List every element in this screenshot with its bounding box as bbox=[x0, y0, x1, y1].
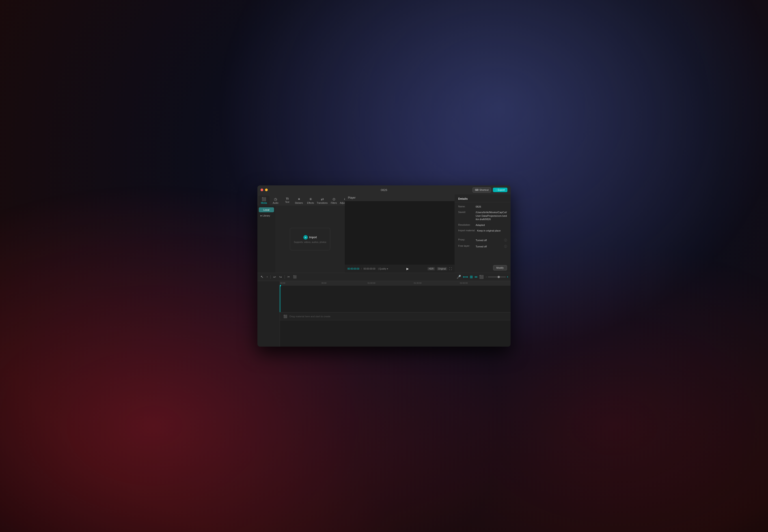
snap-button[interactable]: ⊞ bbox=[470, 275, 473, 279]
import-plus-icon: + bbox=[303, 235, 308, 240]
library-panel: Local Library + Import Supports: videos,… bbox=[257, 206, 345, 273]
tab-media[interactable]: ⬛ Media bbox=[258, 196, 269, 206]
zoom-out-icon[interactable]: − bbox=[486, 275, 487, 279]
track-labels bbox=[257, 281, 280, 347]
detail-freelayer-row: Free layer: Turned off ⓘ bbox=[458, 245, 507, 249]
select-dropdown[interactable]: ▾ bbox=[266, 275, 269, 279]
zoom-slider[interactable] bbox=[488, 277, 506, 277]
original-badge: Original bbox=[437, 267, 447, 270]
import-label: Import bbox=[309, 236, 317, 239]
tab-stickers[interactable]: ✦ Stickers bbox=[293, 196, 304, 206]
playhead-head bbox=[280, 285, 281, 287]
tab-effects[interactable]: ✳ Effects bbox=[305, 196, 316, 206]
quality-button[interactable]: | Quality ▾ bbox=[378, 268, 388, 270]
timeline-right-tools: 🎤 ⟺ ⊞ ⇔ ⬛ − + bbox=[457, 275, 508, 279]
tab-filters-label: Filters bbox=[331, 202, 337, 204]
layout-button[interactable]: ⬛ bbox=[479, 275, 484, 279]
play-button[interactable]: ▶ bbox=[407, 267, 409, 270]
library-button[interactable]: Library bbox=[259, 213, 274, 218]
magnet-button[interactable]: ⇔ bbox=[475, 275, 478, 279]
close-button[interactable] bbox=[260, 189, 263, 191]
undo-button[interactable]: ↩ bbox=[272, 275, 277, 279]
modify-button[interactable]: Modify bbox=[493, 265, 507, 270]
window-title: 0826 bbox=[381, 188, 388, 192]
proxy-info-icon[interactable]: ⓘ bbox=[504, 238, 507, 242]
redo-button[interactable]: ↪ bbox=[278, 275, 283, 279]
detail-resolution-row: Resolution: Adapted bbox=[458, 223, 507, 227]
tab-audio[interactable]: ◷ Audio bbox=[270, 196, 281, 206]
main-content: ⬛ Media ◷ Audio TI Text ✦ Stickers ✳ E bbox=[257, 194, 511, 273]
local-button[interactable]: Local bbox=[259, 207, 274, 212]
proxy-label: Proxy: bbox=[458, 238, 474, 242]
minimize-button[interactable] bbox=[265, 189, 268, 191]
text-icon: TI bbox=[286, 197, 288, 200]
split-tool[interactable]: ✂ bbox=[286, 275, 291, 279]
link-tracks-button[interactable]: ⟺ bbox=[463, 275, 468, 279]
details-footer: Modify bbox=[455, 263, 511, 273]
freelayer-info-icon[interactable]: ⓘ bbox=[504, 245, 507, 249]
toolbar-divider-2 bbox=[284, 275, 285, 279]
zoom-slider-container: − + bbox=[486, 275, 508, 279]
time-total: 00:00:00:00 bbox=[363, 268, 375, 270]
tab-text[interactable]: TI Text bbox=[281, 196, 293, 206]
audio-icon: ◷ bbox=[274, 197, 277, 201]
import-material-value: Keep in original place bbox=[477, 229, 501, 232]
saved-value: /Users/tinhk/Movies/CapCut/User Data/Pro… bbox=[476, 211, 507, 221]
saved-label: Saved: bbox=[458, 211, 474, 221]
resolution-value: Adapted bbox=[476, 223, 485, 227]
title-actions: ⌨ Shortcut ↑ Export bbox=[473, 187, 508, 193]
library-sidebar: Local Library bbox=[257, 206, 275, 273]
tab-stickers-label: Stickers bbox=[295, 202, 303, 204]
player-panel: Player 00:00:00:00 / 00:00:00:00 | Quali… bbox=[345, 194, 455, 273]
tab-text-label: Text bbox=[285, 201, 289, 203]
time-current: 00:00:00:00 bbox=[347, 268, 359, 270]
toolbar-tabs: ⬛ Media ◷ Audio TI Text ✦ Stickers ✳ E bbox=[257, 194, 345, 206]
fullscreen-icon[interactable]: ⛶ bbox=[449, 267, 452, 270]
select-tool[interactable]: ↖ bbox=[260, 274, 264, 280]
export-icon: ↑ bbox=[496, 189, 497, 191]
delete-tool[interactable]: ⬛ bbox=[292, 275, 297, 279]
mic-button[interactable]: 🎤 bbox=[457, 275, 461, 279]
tab-filters[interactable]: ⊙ Filters bbox=[328, 196, 339, 206]
ruler-mark-0: 00:00 bbox=[280, 282, 285, 284]
import-material-label: Import material: bbox=[458, 229, 475, 232]
proxy-value: Turned off bbox=[476, 239, 487, 242]
main-track-area bbox=[280, 285, 511, 312]
traffic-lights bbox=[260, 189, 272, 191]
shortcut-button[interactable]: ⌨ Shortcut bbox=[473, 187, 491, 193]
import-button[interactable]: + Import bbox=[303, 235, 317, 240]
drag-hint-icon: ⬛ bbox=[283, 315, 287, 318]
shortcut-label: Shortcut bbox=[480, 189, 489, 191]
import-sublabel: Supports: videos, audios, photos bbox=[294, 241, 326, 243]
name-value: 0826 bbox=[476, 205, 481, 208]
details-panel: Details Name: 0826 Saved: /Users/tinhk/M… bbox=[455, 194, 511, 273]
stickers-icon: ✦ bbox=[297, 197, 300, 201]
import-area[interactable]: + Import Supports: videos, audios, photo… bbox=[290, 228, 330, 250]
export-button[interactable]: ↑ Export bbox=[493, 188, 508, 192]
zoom-in-icon[interactable]: + bbox=[507, 275, 508, 279]
drag-hint-area: ⬛ Drag material here and start to create bbox=[280, 312, 511, 320]
detail-saved-row: Saved: /Users/tinhk/Movies/CapCut/User D… bbox=[458, 211, 507, 221]
playhead bbox=[280, 285, 280, 312]
ruler-mark-3: 01:30:00 bbox=[414, 282, 422, 284]
tab-transitions[interactable]: ⇄ Transitions bbox=[316, 196, 328, 206]
player-header: Player bbox=[345, 194, 455, 201]
title-bar: 0826 ⌨ Shortcut ↑ Export bbox=[257, 185, 511, 194]
library-main: + Import Supports: videos, audios, photo… bbox=[275, 206, 345, 273]
player-controls: 00:00:00:00 / 00:00:00:00 | Quality ▾ ▶ … bbox=[345, 265, 455, 273]
tab-transitions-label: Transitions bbox=[317, 202, 328, 204]
player-right-icons: HDR Original ⛶ bbox=[428, 267, 452, 270]
hdr-badge: HDR bbox=[428, 267, 435, 270]
details-header: Details bbox=[455, 194, 511, 202]
detail-name-row: Name: 0826 bbox=[458, 205, 507, 208]
tab-media-label: Media bbox=[261, 202, 267, 204]
timeline-area: ↖ ▾ ↩ ↪ ✂ ⬛ 🎤 ⟺ ⊞ ⇔ ⬛ − + bbox=[257, 273, 511, 347]
filters-icon: ⊙ bbox=[332, 197, 335, 201]
tab-effects-label: Effects bbox=[307, 202, 314, 204]
freelayer-value: Turned off bbox=[476, 245, 487, 248]
name-label: Name: bbox=[458, 205, 474, 208]
timeline-ruler: 00:00 30:00 01:00:00 01:30:00 02:00:00 bbox=[280, 281, 511, 285]
timeline-toolbar: ↖ ▾ ↩ ↪ ✂ ⬛ 🎤 ⟺ ⊞ ⇔ ⬛ − + bbox=[257, 273, 511, 281]
tab-audio-label: Audio bbox=[273, 202, 278, 204]
ruler-mark-2: 01:00:00 bbox=[367, 282, 375, 284]
